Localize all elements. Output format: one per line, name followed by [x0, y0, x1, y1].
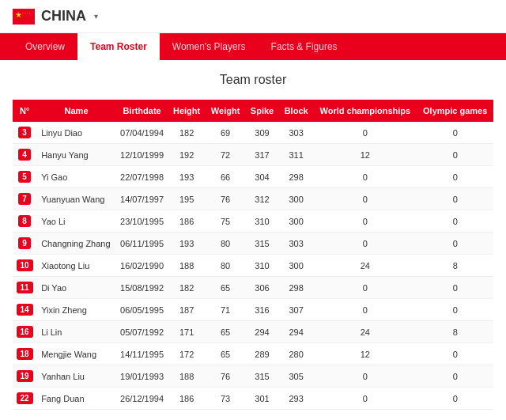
roster-table: N°NameBirthdateHeightWeightSpikeBlockWor…: [13, 100, 493, 410]
player-birthdate: 22/07/1998: [116, 166, 168, 188]
dropdown-arrow[interactable]: ▾: [94, 12, 98, 21]
col-header-olympic-games: Olympic games: [417, 100, 493, 122]
table-row: 9Changning Zhang06/11/19951938031530300: [13, 233, 493, 255]
player-number: 8: [13, 210, 36, 233]
table-row: 19Yanhan Liu19/01/19931887631530500: [13, 365, 493, 388]
player-weight: 71: [206, 299, 245, 321]
player-birthdate: 06/05/1995: [116, 299, 168, 321]
player-number: 14: [13, 299, 36, 321]
player-number: 22: [13, 388, 36, 410]
player-name: Linyu Diao: [36, 122, 116, 144]
player-height: 171: [168, 321, 206, 343]
table-row: 7Yuanyuan Wang14/07/19971957631230000: [13, 188, 493, 210]
player-weight: 75: [206, 210, 245, 233]
player-world: 0: [313, 233, 417, 255]
player-name: Yi Gao: [36, 166, 116, 188]
table-row: 14Yixin Zheng06/05/19951877131630700: [13, 299, 493, 321]
player-birthdate: 12/10/1999: [116, 144, 168, 166]
player-birthdate: 23/10/1995: [116, 210, 168, 233]
player-block: 293: [279, 388, 313, 410]
player-height: 182: [168, 122, 206, 144]
player-birthdate: 19/01/1993: [116, 365, 168, 388]
table-row: 4Hanyu Yang12/10/199919272317311120: [13, 144, 493, 166]
player-world: 0: [313, 365, 417, 388]
player-birthdate: 05/07/1992: [116, 321, 168, 343]
player-name: Hanyu Yang: [36, 144, 116, 166]
player-block: 294: [279, 321, 313, 343]
player-weight: 65: [206, 343, 245, 365]
country-name: CHINA: [41, 8, 86, 25]
nav-tab-team-roster[interactable]: Team Roster: [77, 33, 160, 60]
player-name: Yao Li: [36, 210, 116, 233]
player-name: Xiaotong Liu: [36, 255, 116, 277]
col-header-n-: N°: [13, 100, 36, 122]
player-weight: 73: [206, 388, 245, 410]
player-height: 186: [168, 210, 206, 233]
player-height: 192: [168, 144, 206, 166]
player-weight: 66: [206, 166, 245, 188]
col-header-height: Height: [168, 100, 206, 122]
player-spike: 309: [245, 122, 279, 144]
nav-tabs: OverviewTeam RosterWomen's PlayersFacts …: [0, 33, 506, 60]
player-world: 0: [313, 188, 417, 210]
player-weight: 76: [206, 365, 245, 388]
nav-tab-women-s-players[interactable]: Women's Players: [160, 33, 259, 60]
player-number: 7: [13, 188, 36, 210]
player-height: 195: [168, 188, 206, 210]
player-height: 172: [168, 343, 206, 365]
player-block: 305: [279, 365, 313, 388]
player-spike: 289: [245, 343, 279, 365]
player-olympic: 0: [417, 210, 493, 233]
table-row: 10Xiaotong Liu16/02/199018880310300248: [13, 255, 493, 277]
player-number: 19: [13, 365, 36, 388]
player-olympic: 0: [417, 122, 493, 144]
player-spike: 317: [245, 144, 279, 166]
player-olympic: 8: [417, 255, 493, 277]
player-weight: 76: [206, 188, 245, 210]
col-header-name: Name: [36, 100, 116, 122]
col-header-weight: Weight: [206, 100, 245, 122]
player-spike: 310: [245, 255, 279, 277]
table-row: 5Yi Gao22/07/19981936630429800: [13, 166, 493, 188]
player-height: 193: [168, 166, 206, 188]
player-name: Di Yao: [36, 277, 116, 299]
player-world: 0: [313, 122, 417, 144]
player-number: 18: [13, 343, 36, 365]
player-olympic: 0: [417, 233, 493, 255]
player-height: 182: [168, 277, 206, 299]
player-weight: 80: [206, 255, 245, 277]
player-block: 303: [279, 122, 313, 144]
table-row: 16Li Lin05/07/199217165294294248: [13, 321, 493, 343]
nav-tab-overview[interactable]: Overview: [13, 33, 77, 60]
player-world: 0: [313, 210, 417, 233]
player-block: 300: [279, 255, 313, 277]
player-block: 298: [279, 166, 313, 188]
col-header-spike: Spike: [245, 100, 279, 122]
player-spike: 315: [245, 233, 279, 255]
player-birthdate: 07/04/1994: [116, 122, 168, 144]
player-weight: 80: [206, 233, 245, 255]
player-height: 188: [168, 255, 206, 277]
player-world: 24: [313, 321, 417, 343]
col-header-birthdate: Birthdate: [116, 100, 168, 122]
player-olympic: 0: [417, 388, 493, 410]
player-world: 12: [313, 144, 417, 166]
player-spike: 312: [245, 188, 279, 210]
section-title: Team roster: [13, 73, 493, 87]
table-row: 8Yao Li23/10/19951867531030000: [13, 210, 493, 233]
player-height: 186: [168, 388, 206, 410]
player-number: 10: [13, 255, 36, 277]
player-name: Yixin Zheng: [36, 299, 116, 321]
player-birthdate: 14/07/1997: [116, 188, 168, 210]
player-world: 0: [313, 277, 417, 299]
table-row: 18Mengjie Wang14/11/199517265289280120: [13, 343, 493, 365]
player-block: 280: [279, 343, 313, 365]
player-block: 300: [279, 188, 313, 210]
player-olympic: 0: [417, 166, 493, 188]
col-header-world-championships: World championships: [313, 100, 417, 122]
player-name: Fang Duan: [36, 388, 116, 410]
player-block: 311: [279, 144, 313, 166]
table-row: 11Di Yao15/08/19921826530629800: [13, 277, 493, 299]
nav-tab-facts---figures[interactable]: Facts & Figures: [259, 33, 350, 60]
player-name: Yanhan Liu: [36, 365, 116, 388]
